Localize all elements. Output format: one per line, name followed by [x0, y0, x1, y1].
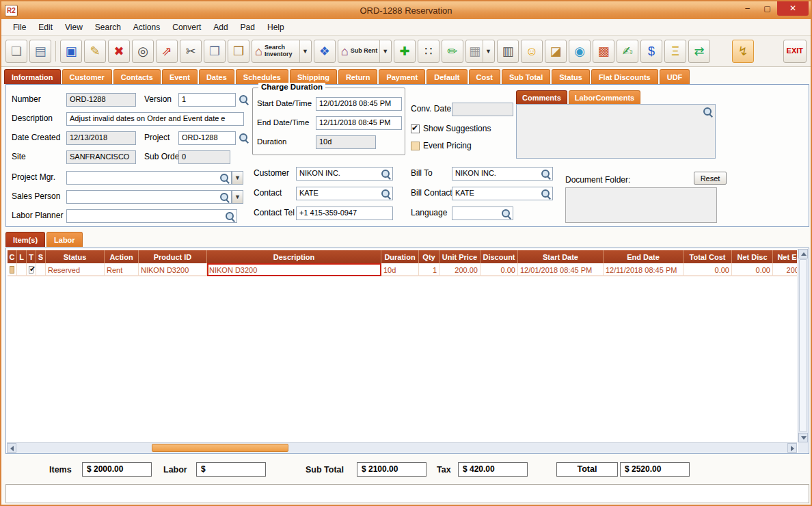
bill-to-field[interactable]: NIKON INC. [452, 167, 553, 181]
bill-contact-field[interactable]: KATE [452, 187, 553, 200]
dropdown-arrow-icon[interactable]: ▼ [379, 40, 388, 62]
column-header-status[interactable]: Status [46, 250, 105, 263]
menu-convert[interactable]: Convert [166, 21, 207, 34]
column-header-start_date[interactable]: Start Date [518, 250, 604, 263]
ship-button[interactable]: ◪ [545, 40, 567, 63]
total-field[interactable]: $ 2520.00 [620, 462, 690, 477]
cut-button[interactable]: ✂ [180, 40, 202, 63]
contact-lookup-icon[interactable] [381, 189, 391, 199]
bill-to-lookup-icon[interactable] [541, 169, 551, 179]
quick-action-button[interactable]: ↯ [732, 40, 754, 63]
comments-lookup-icon[interactable] [703, 107, 713, 117]
language-field[interactable] [452, 207, 513, 220]
column-header-unit_price[interactable]: Unit Price [439, 250, 481, 263]
sub-rent-button[interactable]: ⌂Sub Rent▼ [338, 40, 392, 63]
tab-labor-comments[interactable]: LaborComments [569, 90, 640, 104]
tab-udf[interactable]: UDF [660, 69, 690, 84]
menu-add[interactable]: Add [207, 21, 234, 34]
report-button[interactable]: ▥ [497, 40, 519, 63]
payment-button[interactable]: $ [640, 40, 662, 63]
tab-information[interactable]: Information [4, 69, 61, 84]
cell-product_id[interactable]: NIKON D3200 [139, 263, 207, 276]
labor-planner-lookup-icon[interactable] [225, 211, 235, 222]
vertical-scroll-thumb[interactable] [799, 259, 807, 432]
column-header-discount[interactable]: Discount [481, 250, 518, 263]
number-field[interactable]: ORD-1288 [66, 93, 136, 107]
column-header-l[interactable]: L [17, 250, 27, 263]
cell-t[interactable] [27, 263, 36, 276]
labor-total-field[interactable]: $ [196, 462, 266, 477]
sub-orders-field[interactable]: 0 [178, 150, 230, 164]
tab-contacts[interactable]: Contacts [113, 69, 161, 84]
items-total-field[interactable]: $ 2000.00 [82, 462, 152, 477]
find-button[interactable]: ◎ [132, 40, 154, 63]
menu-file[interactable]: File [7, 21, 32, 34]
column-header-description[interactable]: Description [207, 250, 381, 263]
scroll-down-arrow-icon[interactable] [798, 433, 808, 442]
sales-person-field[interactable] [66, 190, 232, 204]
conv-date-field[interactable] [452, 103, 513, 116]
bill-contact-lookup-icon[interactable] [541, 189, 551, 199]
show-suggestions-checkbox[interactable]: Show Suggestions [411, 122, 491, 135]
document-folder-box[interactable] [565, 187, 717, 223]
menu-pad[interactable]: Pad [234, 21, 261, 34]
scroll-left-arrow-icon[interactable] [7, 443, 16, 453]
copy-button[interactable]: ❐ [204, 40, 226, 63]
site-field[interactable]: SANFRANCISCO [66, 150, 136, 164]
cell-start_date[interactable]: 12/01/2018 08:45 PM [518, 263, 604, 276]
project-mgr-field[interactable] [66, 171, 232, 185]
minimize-button[interactable]: – [737, 1, 757, 16]
availability-button[interactable]: ❖ [314, 40, 336, 63]
labor-planner-field[interactable] [66, 209, 237, 223]
close-button[interactable]: ✕ [777, 1, 809, 16]
tab-customer[interactable]: Customer [62, 69, 112, 84]
sub-total-field[interactable]: $ 2100.00 [357, 462, 427, 477]
tab-items[interactable]: Item(s) [5, 232, 45, 247]
cell-status[interactable]: Reserved [46, 263, 105, 276]
customer-lookup-icon[interactable] [381, 169, 391, 179]
tab-default[interactable]: Default [427, 69, 467, 84]
date-created-field[interactable]: 12/13/2018 [66, 131, 136, 145]
start-datetime-field[interactable]: 12/01/2018 08:45 PM [316, 97, 402, 111]
scroll-right-arrow-icon[interactable] [787, 443, 797, 453]
project-mgr-dropdown-button[interactable]: ▼ [232, 171, 243, 185]
column-header-total_cost[interactable]: Total Cost [684, 250, 732, 263]
cell-qty[interactable]: 1 [419, 263, 439, 276]
description-field[interactable]: Adjust invalid dates on Order and Event … [66, 112, 244, 126]
exit-button[interactable]: EXIT [783, 40, 807, 63]
calendar-grid-button[interactable]: ▦▼ [465, 40, 495, 63]
project-field[interactable]: ORD-1288 [178, 131, 236, 145]
row-checked-checkbox[interactable] [29, 266, 33, 274]
column-header-c[interactable]: C [8, 250, 17, 263]
dropdown-arrow-icon[interactable]: ▼ [299, 40, 308, 62]
tab-sub-total[interactable]: Sub Total [502, 69, 550, 84]
menu-view[interactable]: View [59, 21, 89, 34]
tax-field[interactable]: $ 420.00 [458, 462, 528, 477]
dropdown-arrow-icon[interactable]: ▼ [483, 40, 491, 62]
row-color-box-icon[interactable] [10, 266, 14, 274]
menu-actions[interactable]: Actions [127, 21, 166, 34]
vertical-scrollbar[interactable] [798, 249, 808, 442]
column-header-net_ea[interactable]: Net Ea [773, 250, 797, 263]
column-header-t[interactable]: T [27, 250, 36, 263]
edit-button[interactable]: ✎ [84, 40, 106, 63]
duration-field[interactable]: 10d [316, 135, 376, 149]
search-inventory-button[interactable]: ⌂Search Inventory▼ [252, 40, 312, 63]
disk-button[interactable]: ◉ [569, 40, 591, 63]
customer-smiley-button[interactable]: ☺ [521, 40, 543, 63]
tab-comments[interactable]: Comments [516, 90, 567, 104]
menu-edit[interactable]: Edit [32, 21, 59, 34]
cell-action[interactable]: Rent [105, 263, 139, 276]
maximize-button[interactable]: ▢ [757, 1, 777, 16]
column-header-s[interactable]: S [36, 250, 46, 263]
cell-net_ea[interactable]: 2000 [773, 263, 797, 276]
cell-s[interactable] [36, 263, 46, 276]
comments-box[interactable] [516, 104, 716, 159]
new-button[interactable]: ❏ [5, 40, 27, 63]
column-header-end_date[interactable]: End Date [604, 250, 684, 263]
cell-end_date[interactable]: 12/11/2018 08:45 PM [604, 263, 684, 276]
column-header-qty[interactable]: Qty [419, 250, 439, 263]
cell-total_cost[interactable]: 0.00 [684, 263, 732, 276]
project-lookup-icon[interactable] [239, 133, 249, 143]
customer-field[interactable]: NIKON INC. [296, 167, 393, 181]
